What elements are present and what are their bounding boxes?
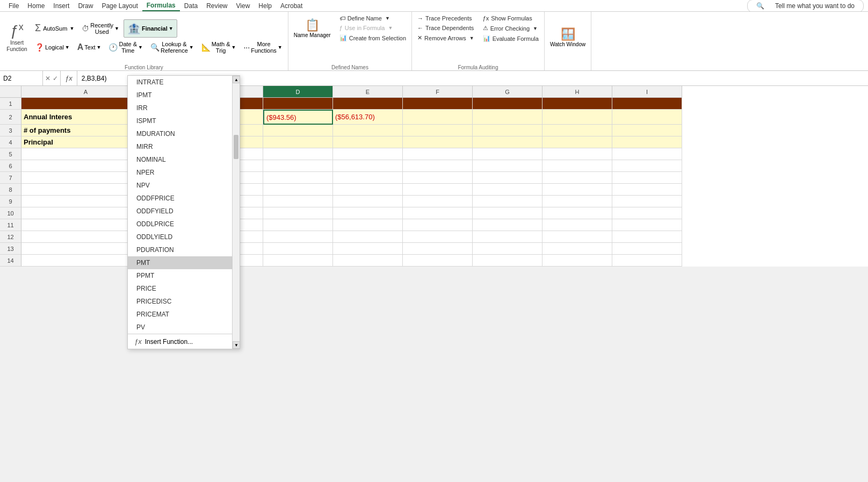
evaluate-formula-button[interactable]: 📊 Evaluate Formula — [480, 34, 542, 43]
list-item[interactable]: PRICE — [128, 282, 240, 295]
cancel-formula-icon[interactable]: ✕ — [45, 75, 50, 82]
row-header-8[interactable]: 8 — [0, 184, 21, 196]
row-header-3[interactable]: 3 — [0, 125, 21, 136]
trace-dependents-button[interactable]: ← Trace Dependents — [414, 24, 478, 32]
row-header-13[interactable]: 13 — [0, 243, 21, 255]
cell-d11[interactable] — [263, 219, 333, 231]
remove-arrows-button[interactable]: ✕ Remove Arrows ▼ — [414, 33, 478, 42]
cell-d9[interactable] — [263, 196, 333, 207]
cell-d1[interactable] — [263, 98, 333, 110]
row-header-9[interactable]: 9 — [0, 196, 21, 207]
cell-g11[interactable] — [473, 219, 542, 231]
scrollbar-down-button[interactable]: ▼ — [233, 341, 240, 349]
cell-reference-box[interactable]: D2 — [0, 71, 43, 85]
dropdown-scrollbar[interactable]: ▲ ▼ — [232, 76, 240, 349]
menu-file[interactable]: File — [4, 1, 23, 11]
show-formulas-button[interactable]: ƒx Show Formulas — [480, 14, 542, 23]
list-item[interactable]: PRICEMAT — [128, 308, 240, 321]
cell-h10[interactable] — [542, 207, 612, 219]
cell-h14[interactable] — [542, 255, 612, 267]
list-item-pmt[interactable]: PMT — [128, 256, 240, 269]
cell-i5[interactable] — [612, 148, 682, 160]
menu-formulas[interactable]: Formulas — [142, 1, 180, 11]
lookup-ref-dropdown[interactable]: ▼ — [189, 45, 194, 50]
list-item[interactable]: NPV — [128, 179, 240, 192]
row-header-4[interactable]: 4 — [0, 136, 21, 148]
cell-f12[interactable] — [403, 231, 473, 243]
cell-e12[interactable] — [333, 231, 403, 243]
cell-f4[interactable] — [403, 136, 473, 148]
cell-e2[interactable]: ($56,613.70) — [333, 110, 403, 125]
cell-d14[interactable] — [263, 255, 333, 267]
date-time-button[interactable]: 🕐 Date &Time ▼ — [105, 39, 146, 56]
cell-h8[interactable] — [542, 184, 612, 196]
cell-f9[interactable] — [403, 196, 473, 207]
create-from-selection-button[interactable]: 📊 Create from Selection — [336, 33, 409, 42]
cell-g10[interactable] — [473, 207, 542, 219]
list-item[interactable]: PPMT — [128, 269, 240, 282]
menu-review[interactable]: Review — [202, 1, 232, 11]
cell-d2[interactable]: ($943.56) — [263, 110, 333, 125]
insert-function-footer-button[interactable]: ƒx Insert Function... — [128, 334, 240, 349]
remove-arrows-dropdown[interactable]: ▼ — [469, 35, 474, 41]
cell-f10[interactable] — [403, 207, 473, 219]
cell-h1[interactable] — [542, 98, 612, 110]
math-trig-button[interactable]: 📐 Math &Trig ▼ — [198, 39, 240, 56]
cell-g12[interactable] — [473, 231, 542, 243]
cell-h11[interactable] — [542, 219, 612, 231]
date-time-dropdown[interactable]: ▼ — [138, 45, 143, 50]
cell-d6[interactable] — [263, 160, 333, 172]
menu-insert[interactable]: Insert — [49, 1, 74, 11]
define-name-dropdown[interactable]: ▼ — [385, 16, 390, 21]
cell-g5[interactable] — [473, 148, 542, 160]
row-header-2[interactable]: 2 — [0, 110, 21, 125]
name-manager-button[interactable]: 📋 Name Manager — [291, 14, 334, 42]
trace-precedents-button[interactable]: → Trace Precedents — [414, 14, 478, 23]
cell-h12[interactable] — [542, 231, 612, 243]
autosum-dropdown-icon[interactable]: ▼ — [69, 26, 74, 31]
cell-e13[interactable] — [333, 243, 403, 255]
cell-d12[interactable] — [263, 231, 333, 243]
cell-f13[interactable] — [403, 243, 473, 255]
cell-e10[interactable] — [333, 207, 403, 219]
cell-d13[interactable] — [263, 243, 333, 255]
cell-i12[interactable] — [612, 231, 682, 243]
recently-used-button[interactable]: ⏱ RecentlyUsed ▼ — [78, 19, 122, 38]
cell-e1[interactable] — [333, 98, 403, 110]
list-item[interactable]: ODDFYIELD — [128, 205, 240, 218]
cell-i2[interactable] — [612, 110, 682, 125]
col-header-d[interactable]: D — [263, 86, 333, 98]
cell-g1[interactable] — [473, 98, 542, 110]
text-button[interactable]: A Text ▼ — [74, 39, 105, 56]
list-item[interactable]: NOMINAL — [128, 153, 240, 166]
cell-g14[interactable] — [473, 255, 542, 267]
insert-function-button[interactable]: ƒx InsertFunction — [2, 20, 32, 54]
scrollbar-up-button[interactable]: ▲ — [233, 76, 240, 83]
logical-button[interactable]: ❓ Logical ▼ — [32, 39, 73, 56]
cell-i14[interactable] — [612, 255, 682, 267]
tell-me-search[interactable]: 🔍 Tell me what you want to do — [747, 0, 864, 12]
cell-e6[interactable] — [333, 160, 403, 172]
use-in-formula-button[interactable]: ƒ Use in Formula ▼ — [336, 24, 409, 32]
menu-draw[interactable]: Draw — [74, 1, 97, 11]
cell-h2[interactable] — [542, 110, 612, 125]
more-functions-dropdown[interactable]: ▼ — [278, 45, 283, 50]
cell-h3[interactable] — [542, 125, 612, 136]
cell-d5[interactable] — [263, 148, 333, 160]
col-header-g[interactable]: G — [473, 86, 542, 98]
cell-e3[interactable] — [333, 125, 403, 136]
cell-d8[interactable] — [263, 184, 333, 196]
cell-i4[interactable] — [612, 136, 682, 148]
list-item[interactable]: ODDFPRICE — [128, 192, 240, 205]
cell-i9[interactable] — [612, 196, 682, 207]
col-header-f[interactable]: F — [403, 86, 473, 98]
error-checking-dropdown[interactable]: ▼ — [533, 26, 538, 31]
watch-window-button[interactable]: 🪟 Watch Window — [547, 14, 589, 61]
menu-page-layout[interactable]: Page Layout — [97, 1, 142, 11]
more-functions-button[interactable]: ··· MoreFunctions ▼ — [240, 39, 285, 56]
cell-e14[interactable] — [333, 255, 403, 267]
row-header-7[interactable]: 7 — [0, 172, 21, 184]
cell-h4[interactable] — [542, 136, 612, 148]
cell-h6[interactable] — [542, 160, 612, 172]
logical-dropdown[interactable]: ▼ — [65, 45, 70, 50]
